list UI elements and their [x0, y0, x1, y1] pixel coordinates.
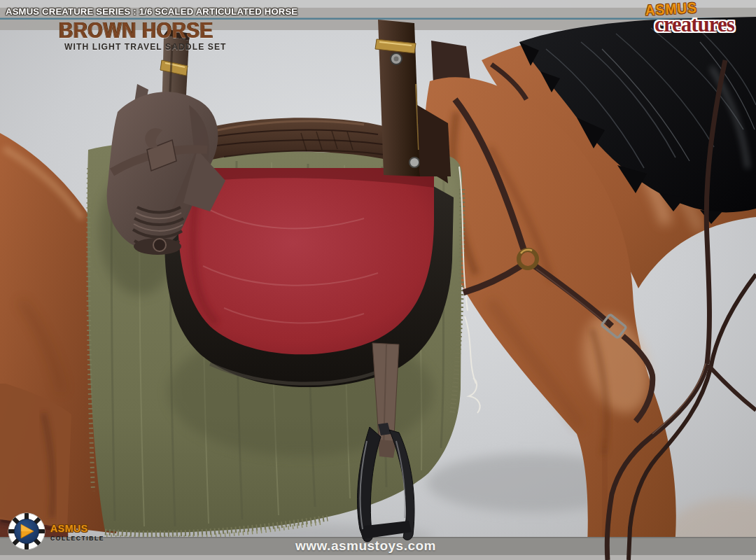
- product-promo-image: Close-up side view of a 1/6 scale brown …: [0, 0, 756, 560]
- footer-bottom-strip: [0, 555, 756, 560]
- website-url: www.asmustoys.com: [0, 538, 732, 554]
- bolt: [410, 158, 419, 167]
- asmus-creatures-logo: ASMUS creatures: [634, 2, 754, 37]
- product-title: BROWN HORSE: [59, 18, 213, 43]
- series-title: ASMUS CREATURE SERIES : 1/6 SCALED ARTIC…: [6, 6, 298, 17]
- product-subtitle: WITH LIGHT TRAVEL SADDLE SET: [64, 42, 227, 52]
- product-photo: Close-up side view of a 1/6 scale brown …: [0, 0, 756, 560]
- asmus-collectible-logo-name: ASMUS: [50, 522, 102, 534]
